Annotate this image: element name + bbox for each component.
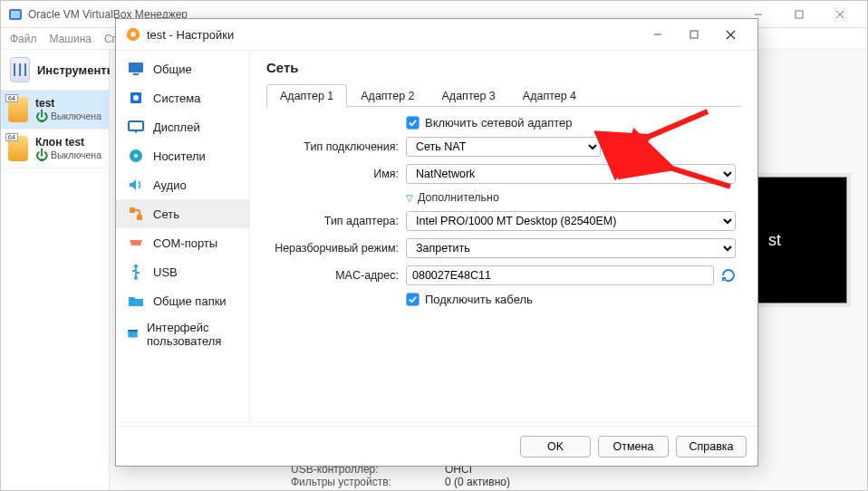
category-system[interactable]: Система xyxy=(116,83,249,112)
tab-adapter-4[interactable]: Адаптер 4 xyxy=(509,84,590,107)
os-icon: 64 xyxy=(8,136,28,161)
vm-state: ⏻Выключена xyxy=(35,149,101,160)
dialog-title: test - Настройки xyxy=(147,28,640,42)
manager-sidebar: Инструменты 64 test ⏻Выключена 64 Клон t… xyxy=(1,50,110,490)
category-display[interactable]: Дисплей xyxy=(116,112,249,141)
folder-icon xyxy=(127,292,145,310)
name-label: Имя: xyxy=(270,168,406,180)
os-icon: 64 xyxy=(8,97,28,122)
disk-icon xyxy=(127,147,145,165)
display-icon xyxy=(127,118,145,136)
help-button[interactable]: Справка xyxy=(676,436,747,457)
manager-close-button[interactable] xyxy=(819,2,860,27)
usb-icon xyxy=(127,263,145,281)
vm-item-clone[interactable]: 64 Клон test ⏻Выключена xyxy=(1,130,109,168)
svg-rect-29 xyxy=(128,330,137,332)
tab-adapter-1[interactable]: Адаптер 1 xyxy=(266,84,347,107)
promiscuous-mode-select[interactable]: Запретить xyxy=(406,238,736,258)
tools-label: Инструменты xyxy=(37,63,117,77)
speaker-icon xyxy=(127,176,145,194)
dialog-titlebar: test - Настройки xyxy=(116,19,757,50)
settings-main-pane: Сеть Адаптер 1 Адаптер 2 Адаптер 3 Адапт… xyxy=(250,51,757,426)
category-serial[interactable]: COM-порты xyxy=(116,228,249,257)
dialog-minimize-button[interactable] xyxy=(640,21,676,48)
svg-point-27 xyxy=(134,276,138,280)
svg-rect-15 xyxy=(129,63,143,72)
category-network[interactable]: Сеть xyxy=(116,199,249,228)
mac-label: MAC-адрес: xyxy=(270,269,406,282)
adapter-tabs: Адаптер 1 Адаптер 2 Адаптер 3 Адаптер 4 xyxy=(266,84,741,107)
svg-point-22 xyxy=(134,154,138,158)
regenerate-mac-button[interactable] xyxy=(719,266,738,284)
promisc-label: Неразборчивый режим: xyxy=(270,242,406,255)
serial-port-icon xyxy=(127,234,145,252)
enable-adapter-checkbox[interactable]: Включить сетевой адаптер xyxy=(406,116,572,130)
chip-icon xyxy=(127,89,145,107)
monitor-icon xyxy=(127,60,145,78)
category-general[interactable]: Общие xyxy=(116,54,249,83)
tab-adapter-3[interactable]: Адаптер 3 xyxy=(429,84,509,107)
category-audio[interactable]: Аудио xyxy=(116,170,249,199)
svg-rect-23 xyxy=(130,207,135,213)
network-name-select[interactable]: NatNetwork xyxy=(406,164,736,184)
cable-connected-checkbox[interactable]: Подключить кабель xyxy=(406,293,533,306)
vm-item-test[interactable]: 64 test ⏻Выключена xyxy=(1,91,109,130)
mac-address-input[interactable] xyxy=(406,265,714,285)
tab-adapter-2[interactable]: Адаптер 2 xyxy=(347,84,428,107)
section-title: Сеть xyxy=(266,60,741,75)
svg-rect-12 xyxy=(690,31,698,38)
adapter-type-select[interactable]: Intel PRO/1000 MT Desktop (82540EM) xyxy=(406,211,736,231)
tools-button[interactable]: Инструменты xyxy=(1,50,109,91)
window-icon xyxy=(127,325,139,343)
category-ui[interactable]: Интерфейс пользователя xyxy=(116,315,249,353)
cancel-button[interactable]: Отмена xyxy=(598,436,669,457)
svg-rect-24 xyxy=(137,215,142,220)
checkmark-icon xyxy=(406,293,420,306)
svg-rect-1 xyxy=(11,11,20,18)
attached-to-select[interactable]: Сеть NAT xyxy=(406,137,601,157)
svg-rect-3 xyxy=(796,11,803,18)
triangle-down-icon: ▽ xyxy=(406,193,413,203)
svg-point-10 xyxy=(130,32,135,36)
details-usb-section: USB-контроллер:OHCI Фильтры устройств:0 … xyxy=(291,463,510,488)
svg-rect-16 xyxy=(133,73,139,75)
dialog-maximize-button[interactable] xyxy=(676,21,712,48)
attach-label: Тип подключения: xyxy=(270,140,406,153)
network-icon xyxy=(127,205,145,223)
svg-point-18 xyxy=(133,95,139,101)
category-usb[interactable]: USB xyxy=(116,257,249,286)
category-shared[interactable]: Общие папки xyxy=(116,286,249,315)
category-storage[interactable]: Носители xyxy=(116,141,249,170)
settings-category-list: Общие Система Дисплей Носители Аудио Сет… xyxy=(116,51,250,426)
menu-machine[interactable]: Машина xyxy=(50,33,92,45)
ok-button[interactable]: OK xyxy=(520,436,591,457)
adapter-type-label: Тип адаптера: xyxy=(270,215,406,227)
advanced-disclosure[interactable]: ▽ Дополнительно xyxy=(406,191,499,204)
vm-state: ⏻Выключена xyxy=(35,111,101,121)
dialog-button-bar: OK Отмена Справка xyxy=(116,426,757,466)
menu-file[interactable]: Файл xyxy=(10,33,37,45)
checkmark-icon xyxy=(406,116,420,130)
settings-dialog: test - Настройки Общие Система Дисплей Н… xyxy=(115,18,758,467)
manager-maximize-button[interactable] xyxy=(778,2,819,27)
svg-rect-19 xyxy=(129,121,143,130)
tools-icon xyxy=(10,57,30,82)
virtualbox-icon xyxy=(8,7,23,22)
dialog-close-button[interactable] xyxy=(712,21,748,48)
settings-gear-icon xyxy=(125,26,141,43)
